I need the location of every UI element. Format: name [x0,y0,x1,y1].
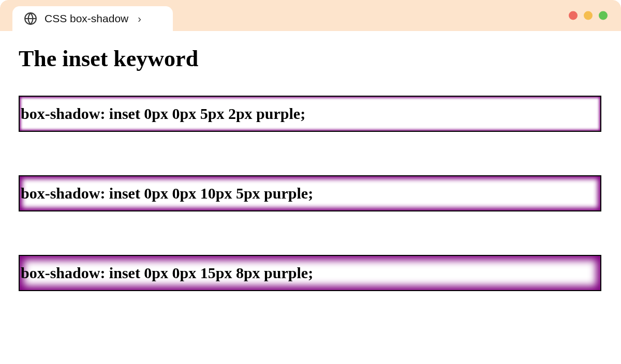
close-window-button[interactable] [569,11,578,20]
example-box-1: box-shadow: inset 0px 0px 5px 2px purple… [19,96,601,132]
zoom-window-button[interactable] [599,11,608,20]
tab-title: CSS box-shadow [45,12,128,25]
example-text: box-shadow: inset 0px 0px 10px 5px purpl… [21,185,313,202]
browser-chrome: CSS box-shadow › [0,0,621,31]
window-controls [569,11,608,20]
browser-tab[interactable]: CSS box-shadow › [12,6,173,31]
example-box-2: box-shadow: inset 0px 0px 10px 5px purpl… [19,175,601,211]
page-content: The inset keyword box-shadow: inset 0px … [0,31,621,349]
page-title: The inset keyword [19,46,602,72]
chevron-right-icon: › [138,13,141,25]
example-text: box-shadow: inset 0px 0px 5px 2px purple… [21,105,305,122]
example-text: box-shadow: inset 0px 0px 15px 8px purpl… [21,264,313,281]
minimize-window-button[interactable] [584,11,593,20]
example-box-3: box-shadow: inset 0px 0px 15px 8px purpl… [19,255,601,291]
globe-icon [24,12,37,25]
